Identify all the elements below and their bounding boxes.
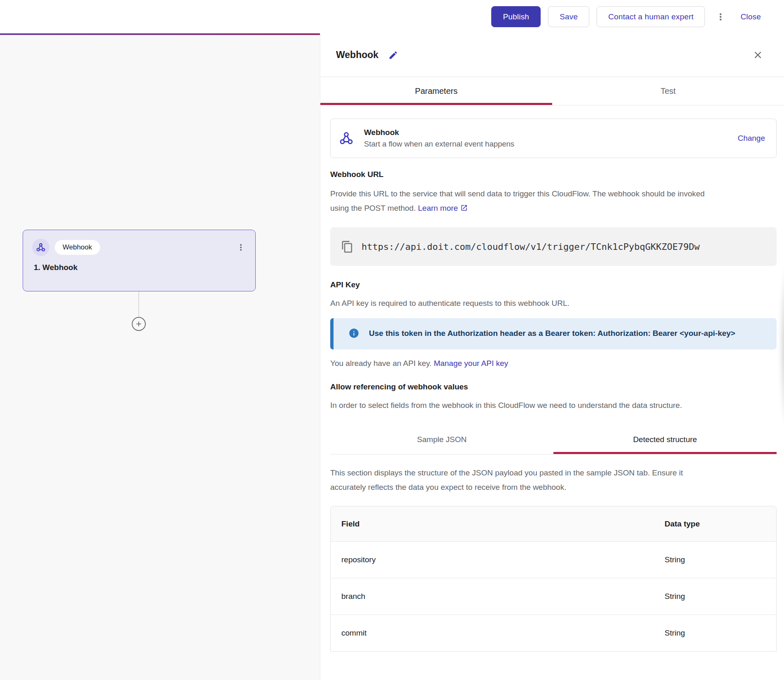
info-icon [348, 328, 359, 340]
edit-icon[interactable] [385, 47, 401, 63]
detected-structure-description: This section displays the structure of t… [330, 466, 717, 494]
referencing-description: In order to select fields from the webho… [330, 398, 777, 412]
learn-more-link[interactable]: Learn more [418, 204, 458, 212]
table-row: commit String [331, 615, 776, 651]
field-name: repository [341, 555, 665, 564]
change-trigger-link[interactable]: Change [737, 134, 765, 143]
add-step-button[interactable] [132, 317, 146, 331]
api-key-heading: API Key [330, 280, 777, 289]
node-type-chip: Webhook [55, 240, 100, 255]
external-link-icon [460, 202, 468, 216]
alert-accent-bar [330, 318, 334, 349]
webhook-url-field: https://api.doit.com/cloudflow/v1/trigge… [330, 227, 777, 266]
publish-button[interactable]: Publish [491, 6, 541, 27]
field-name: commit [341, 629, 665, 638]
tab-test[interactable]: Test [552, 77, 784, 105]
more-options-icon[interactable] [712, 9, 729, 25]
webhook-icon [32, 239, 49, 256]
trigger-title: Webhook [364, 128, 514, 137]
node-more-options-icon[interactable] [236, 243, 245, 252]
structure-tabs: Sample JSON Detected structure [330, 427, 777, 454]
column-header-field: Field [341, 519, 665, 529]
tab-parameters[interactable]: Parameters [320, 77, 552, 105]
trigger-source-card: Webhook Start a flow when an external ev… [330, 119, 777, 158]
topbar: Publish Save Contact a human expert Clos… [0, 0, 784, 33]
panel-title: Webhook [336, 49, 378, 61]
copy-icon[interactable] [341, 240, 354, 253]
table-row: repository String [331, 541, 776, 578]
panel-header: Webhook [320, 33, 784, 77]
cloudflow-editor: Publish Save Contact a human expert Clos… [0, 0, 784, 680]
webhook-config-panel: Webhook Parameters Test [320, 33, 784, 680]
manage-api-key-link[interactable]: Manage your API key [434, 359, 508, 368]
table-header-row: Field Data type [331, 506, 776, 541]
field-type: String [665, 555, 776, 564]
have-api-key-text: You already have an API key. Manage your… [330, 357, 777, 370]
node-connector-line [138, 291, 139, 317]
panel-tabs: Parameters Test [320, 77, 784, 105]
api-key-description: An API key is required to authenticate r… [330, 296, 777, 310]
close-flow-button[interactable]: Close [736, 6, 765, 27]
tab-sample-json[interactable]: Sample JSON [330, 427, 553, 454]
webhook-url-description: Provide this URL to the service that wil… [330, 186, 709, 216]
main-area: Webhook 1. Webhook Webhook [0, 33, 784, 680]
field-name: branch [341, 592, 665, 601]
node-title: 1. Webhook [34, 263, 246, 272]
flow-canvas[interactable]: Webhook 1. Webhook [0, 33, 320, 680]
close-icon[interactable] [749, 47, 766, 63]
api-key-info-alert: Use this token in the Authorization head… [330, 318, 777, 349]
webhook-icon [339, 131, 354, 146]
referencing-heading: Allow referencing of webhook values [330, 382, 777, 391]
alert-text: Use this token in the Authorization head… [369, 326, 757, 340]
tab-detected-structure[interactable]: Detected structure [553, 427, 777, 454]
table-row: branch String [331, 578, 776, 615]
webhook-node-card[interactable]: Webhook 1. Webhook [23, 230, 256, 291]
detected-structure-table: Field Data type repository String branch… [330, 506, 777, 652]
contact-human-expert-button[interactable]: Contact a human expert [597, 6, 705, 27]
field-type: String [665, 629, 776, 638]
column-header-data-type: Data type [665, 519, 776, 529]
field-type: String [665, 592, 776, 601]
save-button[interactable]: Save [548, 6, 589, 27]
trigger-subtitle: Start a flow when an external event happ… [364, 140, 514, 149]
webhook-url-value: https://api.doit.com/cloudflow/v1/trigge… [362, 242, 700, 252]
webhook-url-heading: Webhook URL [330, 170, 777, 179]
parameters-tab-content: Webhook Start a flow when an external ev… [320, 105, 784, 680]
canvas-accent-line [0, 33, 320, 35]
